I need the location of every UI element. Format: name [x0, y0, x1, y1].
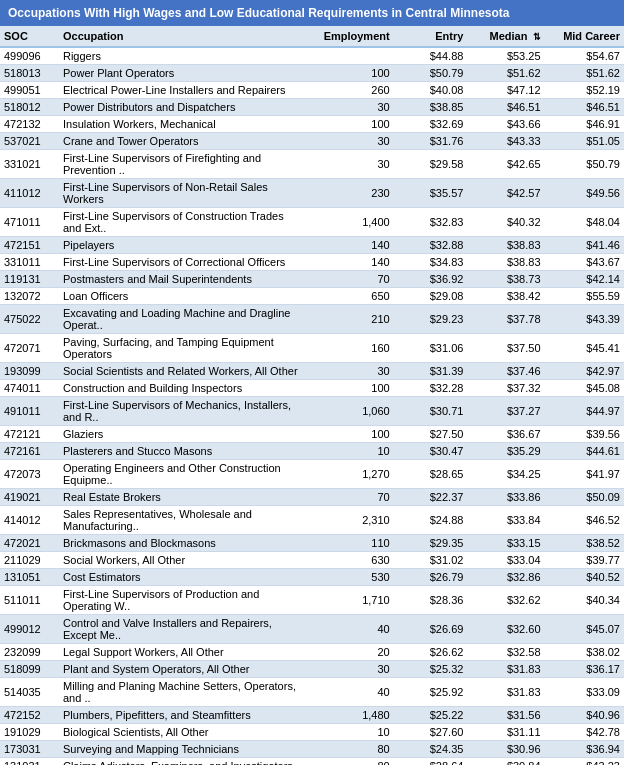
cell-employment: 230	[309, 179, 394, 208]
cell-employment: 80	[309, 741, 394, 758]
cell-entry: $34.83	[394, 254, 468, 271]
col-header-soc: SOC	[0, 26, 59, 47]
table-row: 131031Claims Adjusters, Examiners, and I…	[0, 758, 624, 766]
cell-employment: 10	[309, 724, 394, 741]
cell-mid-career: $38.02	[545, 644, 624, 661]
cell-soc: 491011	[0, 397, 59, 426]
col-header-entry[interactable]: Entry	[394, 26, 468, 47]
cell-employment: 70	[309, 489, 394, 506]
cell-occupation: Plant and System Operators, All Other	[59, 661, 309, 678]
col-header-employment[interactable]: Employment	[309, 26, 394, 47]
cell-soc: 419021	[0, 489, 59, 506]
cell-median: $31.56	[467, 707, 544, 724]
cell-soc: 119131	[0, 271, 59, 288]
cell-occupation: Claims Adjusters, Examiners, and Investi…	[59, 758, 309, 766]
cell-entry: $31.06	[394, 334, 468, 363]
cell-entry: $22.37	[394, 489, 468, 506]
table-row: 191029Biological Scientists, All Other10…	[0, 724, 624, 741]
col-header-median[interactable]: Median ⇅	[467, 26, 544, 47]
cell-entry: $27.60	[394, 724, 468, 741]
cell-employment: 1,060	[309, 397, 394, 426]
cell-entry: $35.57	[394, 179, 468, 208]
table-row: 472073Operating Engineers and Other Cons…	[0, 460, 624, 489]
cell-mid-career: $45.08	[545, 380, 624, 397]
cell-median: $37.50	[467, 334, 544, 363]
page-title: Occupations With High Wages and Low Educ…	[0, 0, 624, 26]
cell-median: $30.84	[467, 758, 544, 766]
cell-median: $33.84	[467, 506, 544, 535]
cell-mid-career: $51.05	[545, 133, 624, 150]
cell-soc: 518012	[0, 99, 59, 116]
cell-entry: $31.39	[394, 363, 468, 380]
cell-employment: 80	[309, 758, 394, 766]
cell-soc: 518099	[0, 661, 59, 678]
cell-soc: 472121	[0, 426, 59, 443]
table-row: 232099Legal Support Workers, All Other20…	[0, 644, 624, 661]
cell-soc: 131031	[0, 758, 59, 766]
table-row: 414012Sales Representatives, Wholesale a…	[0, 506, 624, 535]
cell-mid-career: $36.17	[545, 661, 624, 678]
cell-employment	[309, 47, 394, 65]
cell-employment: 40	[309, 678, 394, 707]
cell-soc: 193099	[0, 363, 59, 380]
table-row: 211029Social Workers, All Other630$31.02…	[0, 552, 624, 569]
cell-employment: 100	[309, 116, 394, 133]
cell-mid-career: $33.09	[545, 678, 624, 707]
cell-mid-career: $40.34	[545, 586, 624, 615]
cell-median: $37.78	[467, 305, 544, 334]
cell-entry: $24.35	[394, 741, 468, 758]
cell-median: $53.25	[467, 47, 544, 65]
cell-mid-career: $50.09	[545, 489, 624, 506]
cell-employment: 140	[309, 237, 394, 254]
cell-occupation: Plumbers, Pipefitters, and Steamfitters	[59, 707, 309, 724]
cell-soc: 472071	[0, 334, 59, 363]
cell-employment: 530	[309, 569, 394, 586]
cell-occupation: Control and Valve Installers and Repaire…	[59, 615, 309, 644]
cell-employment: 10	[309, 443, 394, 460]
cell-median: $37.32	[467, 380, 544, 397]
cell-mid-career: $45.41	[545, 334, 624, 363]
table-row: 514035Milling and Planing Machine Setter…	[0, 678, 624, 707]
cell-soc: 472132	[0, 116, 59, 133]
cell-mid-career: $43.67	[545, 254, 624, 271]
cell-mid-career: $42.14	[545, 271, 624, 288]
cell-occupation: Cost Estimators	[59, 569, 309, 586]
cell-median: $51.62	[467, 65, 544, 82]
table-row: 331011First-Line Supervisors of Correcti…	[0, 254, 624, 271]
table-row: 472152Plumbers, Pipefitters, and Steamfi…	[0, 707, 624, 724]
cell-occupation: Loan Officers	[59, 288, 309, 305]
cell-soc: 331011	[0, 254, 59, 271]
cell-median: $42.65	[467, 150, 544, 179]
cell-occupation: First-Line Supervisors of Firefighting a…	[59, 150, 309, 179]
cell-employment: 30	[309, 133, 394, 150]
cell-entry: $26.79	[394, 569, 468, 586]
cell-soc: 499012	[0, 615, 59, 644]
cell-occupation: Milling and Planing Machine Setters, Ope…	[59, 678, 309, 707]
cell-entry: $29.23	[394, 305, 468, 334]
cell-entry: $24.88	[394, 506, 468, 535]
cell-entry: $44.88	[394, 47, 468, 65]
cell-soc: 471011	[0, 208, 59, 237]
table-row: 472071Paving, Surfacing, and Tamping Equ…	[0, 334, 624, 363]
cell-entry: $25.92	[394, 678, 468, 707]
col-header-mid-career[interactable]: Mid Career	[545, 26, 624, 47]
cell-entry: $32.88	[394, 237, 468, 254]
cell-employment: 110	[309, 535, 394, 552]
cell-soc: 472152	[0, 707, 59, 724]
cell-median: $38.73	[467, 271, 544, 288]
cell-occupation: Plasterers and Stucco Masons	[59, 443, 309, 460]
cell-entry: $25.22	[394, 707, 468, 724]
table-row: 499051Electrical Power-Line Installers a…	[0, 82, 624, 99]
cell-median: $35.29	[467, 443, 544, 460]
table-row: 173031Surveying and Mapping Technicians8…	[0, 741, 624, 758]
cell-entry: $31.76	[394, 133, 468, 150]
cell-employment: 1,400	[309, 208, 394, 237]
col-header-occupation[interactable]: Occupation	[59, 26, 309, 47]
cell-median: $32.60	[467, 615, 544, 644]
cell-median: $38.83	[467, 237, 544, 254]
cell-occupation: First-Line Supervisors of Correctional O…	[59, 254, 309, 271]
table-row: 518012Power Distributors and Dispatchers…	[0, 99, 624, 116]
cell-employment: 1,710	[309, 586, 394, 615]
cell-median: $32.62	[467, 586, 544, 615]
cell-employment: 1,480	[309, 707, 394, 724]
